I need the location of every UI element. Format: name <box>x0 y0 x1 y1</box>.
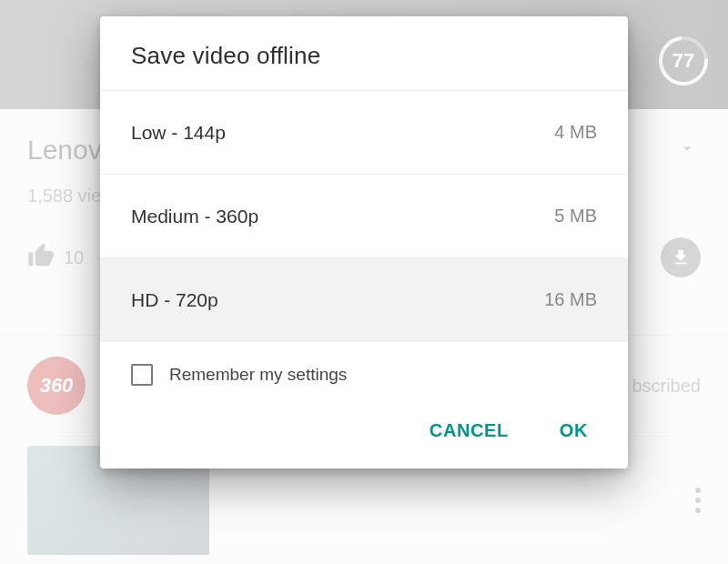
quality-label: Medium - 360p <box>131 206 258 227</box>
cancel-button[interactable]: CANCEL <box>430 420 509 441</box>
quality-option-low[interactable]: Low - 144p 4 MB <box>100 90 628 174</box>
dialog-title: Save video offline <box>100 16 628 90</box>
quality-size: 16 MB <box>544 289 597 310</box>
save-offline-dialog: Save video offline Low - 144p 4 MB Mediu… <box>100 16 628 468</box>
remember-settings-row[interactable]: Remember my settings <box>100 341 628 395</box>
quality-size: 5 MB <box>554 206 597 227</box>
quality-option-medium[interactable]: Medium - 360p 5 MB <box>100 174 628 257</box>
quality-label: HD - 720p <box>131 289 218 311</box>
quality-label: Low - 144p <box>131 122 226 144</box>
ok-button[interactable]: OK <box>560 420 588 441</box>
remember-label: Remember my settings <box>169 365 347 385</box>
dialog-actions: CANCEL OK <box>100 395 628 468</box>
remember-checkbox[interactable] <box>131 364 153 386</box>
quality-size: 4 MB <box>554 122 597 143</box>
quality-option-hd[interactable]: HD - 720p 16 MB <box>100 257 628 341</box>
